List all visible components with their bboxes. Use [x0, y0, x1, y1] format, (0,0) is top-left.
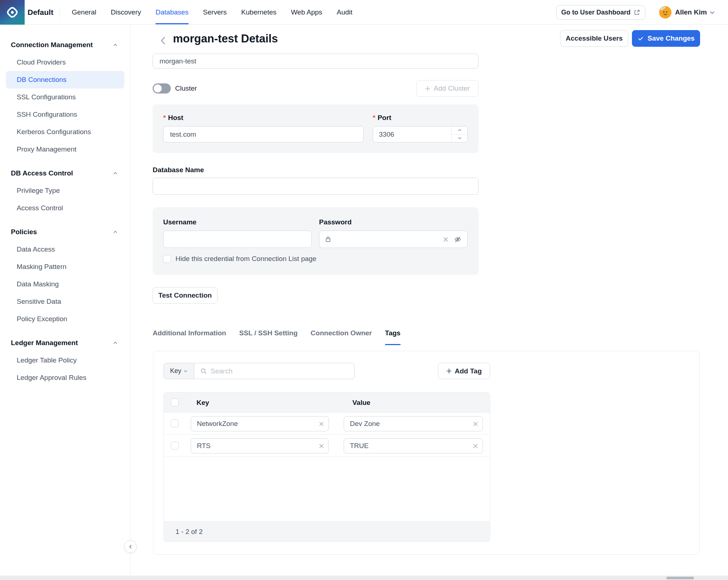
sidebar-item-policy-exception[interactable]: Policy Exception — [6, 310, 124, 328]
plus-icon — [425, 86, 430, 91]
clear-icon[interactable] — [443, 237, 448, 242]
tag-key-input[interactable] — [191, 416, 329, 431]
stepper-up-button[interactable] — [452, 127, 467, 134]
username-field-wrap — [163, 231, 312, 248]
tab-connection-owner[interactable]: Connection Owner — [311, 329, 372, 337]
cluster-toggle[interactable] — [153, 83, 171, 94]
nav-servers[interactable]: Servers — [203, 0, 227, 24]
tag-search-input[interactable] — [211, 367, 330, 375]
primary-nav: General Discovery Databases Servers Kube… — [72, 0, 352, 24]
clear-icon[interactable] — [319, 443, 324, 449]
sidebar-item-sensitive-data[interactable]: Sensitive Data — [6, 293, 124, 310]
sidebar-item-data-access[interactable]: Data Access — [6, 241, 124, 258]
sidebar-item-data-masking[interactable]: Data Masking — [6, 276, 124, 293]
detail-tabs: Additional Information SSL / SSH Setting… — [153, 329, 401, 337]
hide-credential-label: Hide this credential from Connection Lis… — [175, 255, 317, 263]
save-changes-label: Save Changes — [648, 34, 695, 42]
chevron-up-icon — [113, 340, 118, 345]
nav-kubernetes[interactable]: Kubernetes — [241, 0, 276, 24]
sidebar-item-kerberos-configurations[interactable]: Kerberos Configurations — [6, 123, 124, 141]
sidebar-item-privilege-type[interactable]: Privilege Type — [6, 182, 124, 199]
divider — [59, 7, 60, 17]
database-name-label: Database Name — [153, 166, 204, 174]
add-tag-button[interactable]: Add Tag — [438, 363, 490, 379]
password-input[interactable] — [335, 231, 433, 248]
sidebar-item-ssh-configurations[interactable]: SSH Configurations — [6, 106, 124, 123]
sidebar-section-connection-management: Connection Management Cloud Providers DB… — [6, 36, 124, 158]
required-asterisk: * — [163, 114, 166, 122]
chevron-up-icon — [113, 229, 118, 235]
port-stepper — [451, 127, 467, 142]
nav-web-apps[interactable]: Web Apps — [291, 0, 322, 24]
save-changes-button[interactable]: Save Changes — [632, 30, 700, 47]
stepper-down-button[interactable] — [452, 134, 467, 142]
nav-general[interactable]: General — [72, 0, 96, 24]
select-all-checkbox[interactable] — [171, 398, 179, 406]
horizontal-scrollbar[interactable] — [0, 576, 728, 580]
sidebar-item-cloud-providers[interactable]: Cloud Providers — [6, 54, 124, 71]
sidebar-section-db-access-control: DB Access Control Privilege Type Access … — [6, 165, 124, 217]
back-button[interactable] — [159, 36, 167, 46]
sidebar-item-masking-pattern[interactable]: Masking Pattern — [6, 258, 124, 276]
sidebar-item-proxy-management[interactable]: Proxy Management — [6, 141, 124, 158]
pagination-label: 1 - 2 of 2 — [175, 528, 203, 536]
sidebar-item-ledger-approval-rules[interactable]: Ledger Approval Rules — [6, 369, 124, 386]
database-name-input[interactable] — [153, 178, 479, 195]
username-input[interactable] — [163, 231, 312, 248]
row-checkbox[interactable] — [171, 442, 179, 450]
tag-value-input[interactable] — [344, 438, 483, 453]
host-input[interactable] — [163, 126, 364, 142]
add-cluster-label: Add Cluster — [434, 84, 470, 92]
tab-tags[interactable]: Tags — [385, 329, 401, 337]
nav-databases[interactable]: Databases — [156, 0, 189, 24]
sidebar-header-connection-management[interactable]: Connection Management — [6, 36, 124, 54]
lock-icon — [324, 236, 332, 243]
port-input[interactable] — [373, 127, 451, 142]
sidebar-header-policies[interactable]: Policies — [6, 223, 124, 241]
test-connection-button[interactable]: Test Connection — [153, 287, 218, 304]
chevron-down-icon — [458, 136, 462, 140]
tab-ssl-ssh-setting[interactable]: SSL / SSH Setting — [239, 329, 298, 337]
nav-discovery[interactable]: Discovery — [111, 0, 141, 24]
column-header-key: Key — [197, 393, 209, 413]
sidebar-header-label: Ledger Management — [11, 339, 78, 347]
nav-audit[interactable]: Audit — [337, 0, 352, 24]
clear-icon[interactable] — [473, 443, 478, 449]
eye-off-icon[interactable] — [454, 236, 462, 243]
chevron-left-icon — [128, 544, 133, 549]
sidebar-header-db-access-control[interactable]: DB Access Control — [6, 165, 124, 182]
chevron-down-icon[interactable] — [709, 9, 715, 16]
sidebar-header-ledger-management[interactable]: Ledger Management — [6, 334, 124, 352]
go-to-user-dashboard-button[interactable]: Go to User Dashboard — [556, 5, 645, 20]
sidebar-header-label: DB Access Control — [11, 169, 73, 177]
tag-value-input[interactable] — [344, 416, 483, 431]
row-checkbox[interactable] — [171, 419, 179, 427]
app-logo[interactable] — [0, 0, 25, 25]
user-name[interactable]: Allen Kim — [675, 0, 707, 24]
pagination: 1 - 2 of 2 — [164, 521, 490, 542]
connection-name-field-wrap — [153, 54, 479, 69]
username-label: Username — [163, 218, 197, 226]
search-field-selector[interactable]: Key — [164, 363, 194, 379]
sidebar-item-db-connections[interactable]: DB Connections — [6, 71, 124, 88]
password-label: Password — [319, 218, 352, 226]
org-name[interactable]: Default — [28, 0, 53, 24]
sidebar-item-access-control[interactable]: Access Control — [6, 199, 124, 217]
go-to-user-dashboard-label: Go to User Dashboard — [561, 9, 630, 16]
sidebar-item-ssl-configurations[interactable]: SSL Configurations — [6, 88, 124, 106]
table-row — [164, 435, 490, 457]
scrollbar-thumb[interactable] — [666, 577, 694, 579]
sidebar-collapse-button[interactable] — [124, 540, 137, 553]
tag-key-input[interactable] — [191, 438, 329, 453]
hide-credential-checkbox[interactable] — [163, 255, 171, 263]
column-header-value: Value — [352, 393, 371, 413]
avatar[interactable] — [659, 6, 671, 18]
clear-icon[interactable] — [473, 421, 478, 427]
sidebar-item-ledger-table-policy[interactable]: Ledger Table Policy — [6, 352, 124, 369]
connection-name-input[interactable] — [153, 54, 479, 69]
clear-icon[interactable] — [319, 421, 324, 427]
accessible-users-button[interactable]: Accessible Users — [560, 30, 628, 47]
add-cluster-button[interactable]: Add Cluster — [416, 80, 479, 97]
page-title: morgan-test Details — [173, 32, 278, 45]
tab-additional-information[interactable]: Additional Information — [153, 329, 226, 337]
